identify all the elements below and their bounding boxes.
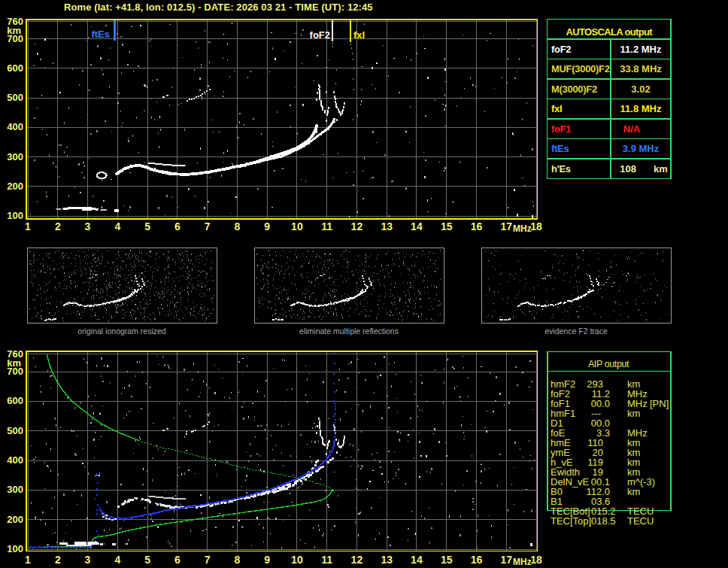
svg-text:12: 12: [351, 554, 363, 566]
svg-text:600: 600: [7, 62, 23, 74]
svg-text:4: 4: [114, 554, 120, 566]
svg-text:MHz: MHz: [513, 557, 532, 567]
svg-text:5: 5: [144, 220, 150, 232]
svg-text:17: 17: [500, 220, 512, 232]
svg-text:km: km: [627, 486, 640, 497]
svg-text:500: 500: [7, 425, 23, 436]
svg-text:AIP output: AIP output: [588, 359, 629, 369]
svg-text:N/A: N/A: [623, 123, 641, 135]
svg-text:16: 16: [471, 554, 483, 566]
svg-text:5: 5: [144, 554, 150, 566]
svg-text:ftEs: ftEs: [91, 29, 110, 40]
svg-text:1: 1: [25, 554, 31, 566]
svg-text:14: 14: [411, 220, 423, 232]
svg-text:1: 1: [25, 220, 31, 232]
svg-text:500: 500: [7, 92, 23, 103]
svg-text:[PN]: [PN]: [650, 398, 669, 409]
svg-text:MUF(3000)F2: MUF(3000)F2: [551, 63, 610, 74]
svg-text:foF2: foF2: [310, 29, 330, 41]
svg-text:700: 700: [7, 366, 23, 377]
svg-text:6: 6: [174, 554, 180, 566]
svg-text:10: 10: [291, 220, 303, 232]
svg-text:7: 7: [205, 220, 211, 232]
svg-text:400: 400: [7, 454, 23, 466]
svg-text:11.2 MHz: 11.2 MHz: [620, 44, 662, 55]
svg-text:108: 108: [620, 163, 636, 175]
svg-text:4: 4: [114, 220, 120, 232]
svg-text:AUTOSCALA output: AUTOSCALA output: [566, 26, 654, 38]
svg-text:11.8 MHz: 11.8 MHz: [620, 103, 662, 114]
svg-text:foF2: foF2: [551, 44, 571, 55]
svg-text:15: 15: [441, 554, 453, 566]
svg-text:100: 100: [7, 210, 23, 221]
svg-text:400: 400: [7, 121, 23, 132]
svg-text:14: 14: [411, 554, 423, 566]
svg-text:3.9 MHz: 3.9 MHz: [623, 143, 660, 154]
svg-text:km: km: [627, 408, 640, 419]
svg-text:33.8 MHz: 33.8 MHz: [620, 63, 662, 74]
svg-text:600: 600: [7, 395, 23, 406]
svg-text:018.5: 018.5: [591, 515, 616, 527]
svg-text:6: 6: [174, 220, 180, 232]
svg-text:km: km: [654, 163, 668, 175]
svg-text:11: 11: [321, 220, 332, 232]
svg-text:200: 200: [7, 181, 23, 192]
svg-text:8: 8: [235, 220, 241, 232]
svg-text:9: 9: [264, 554, 270, 566]
svg-text:2: 2: [55, 554, 61, 566]
svg-text:11: 11: [321, 554, 332, 566]
svg-text:8: 8: [235, 554, 241, 566]
svg-text:13: 13: [381, 554, 393, 566]
svg-text:7: 7: [205, 554, 211, 566]
svg-text:ftEs: ftEs: [551, 143, 569, 154]
svg-text:13: 13: [381, 220, 393, 232]
svg-text:TECU: TECU: [627, 515, 654, 527]
svg-text:original ionogram resized: original ionogram resized: [77, 327, 165, 336]
svg-text:16: 16: [471, 220, 483, 232]
svg-text:fxI: fxI: [551, 103, 562, 114]
svg-text:18: 18: [530, 220, 542, 232]
svg-text:300: 300: [7, 151, 23, 163]
svg-text:fxI: fxI: [353, 29, 365, 41]
svg-text:foF1: foF1: [551, 123, 571, 135]
svg-text:100: 100: [7, 543, 23, 554]
svg-text:12: 12: [351, 220, 363, 232]
svg-text:TEC[Top]: TEC[Top]: [551, 515, 591, 527]
svg-text:300: 300: [7, 484, 23, 495]
svg-text:3.02: 3.02: [631, 84, 650, 95]
svg-text:MHz: MHz: [513, 223, 532, 234]
svg-text:15: 15: [441, 220, 453, 232]
svg-text:9: 9: [264, 220, 270, 232]
svg-text:h'Es: h'Es: [551, 163, 571, 175]
svg-text:10: 10: [291, 554, 303, 566]
svg-text:Rome (lat: +41.8, lon: 012.5): Rome (lat: +41.8, lon: 012.5) - DATE: 20…: [64, 2, 373, 13]
svg-text:eliminate multiple reflections: eliminate multiple reflections: [299, 327, 399, 336]
svg-text:3: 3: [85, 554, 91, 566]
svg-text:M(3000)F2: M(3000)F2: [551, 84, 597, 95]
svg-text:18: 18: [530, 554, 542, 566]
svg-text:evidence F2 trace: evidence F2 trace: [544, 327, 608, 336]
svg-text:2: 2: [55, 220, 61, 232]
svg-text:17: 17: [500, 554, 512, 566]
svg-text:3: 3: [85, 220, 91, 232]
svg-text:200: 200: [7, 514, 23, 525]
svg-text:700: 700: [7, 33, 23, 44]
